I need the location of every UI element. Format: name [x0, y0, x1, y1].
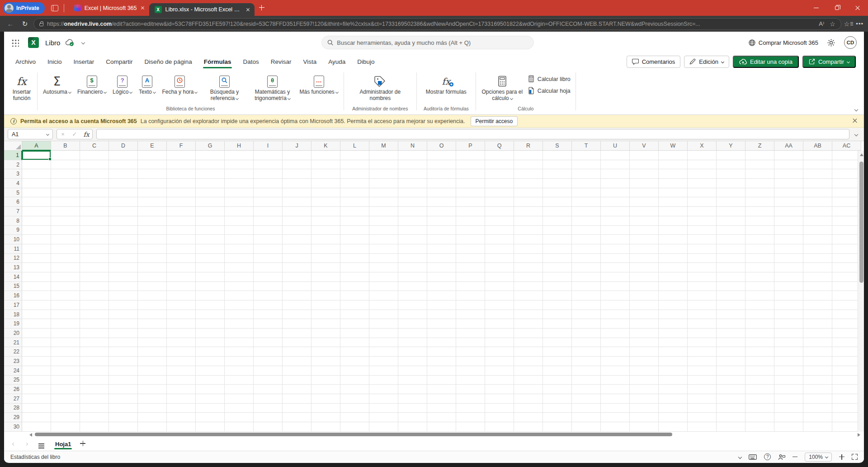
- financiero-button[interactable]: $Financiero: [74, 71, 109, 95]
- cell-AB3[interactable]: [803, 169, 832, 179]
- cell-O25[interactable]: [427, 376, 456, 385]
- cell-X14[interactable]: [688, 272, 717, 282]
- cell-S19[interactable]: [543, 319, 572, 329]
- cell-U10[interactable]: [601, 235, 630, 244]
- cell-T17[interactable]: [572, 300, 601, 310]
- cell-T13[interactable]: [572, 263, 601, 272]
- cell-T24[interactable]: [572, 366, 601, 376]
- cell-G24[interactable]: [196, 366, 225, 376]
- cell-Z15[interactable]: [745, 282, 774, 291]
- cell-K4[interactable]: [311, 179, 340, 188]
- cell-R27[interactable]: [514, 394, 543, 404]
- cell-AC28[interactable]: [832, 404, 861, 413]
- row-header-4[interactable]: 4: [4, 179, 22, 188]
- cell-AB22[interactable]: [803, 347, 832, 357]
- cell-I10[interactable]: [254, 235, 283, 244]
- cell-J19[interactable]: [283, 319, 311, 329]
- cell-I6[interactable]: [254, 197, 283, 207]
- cell-Y16[interactable]: [717, 291, 745, 300]
- cell-U26[interactable]: [601, 385, 630, 394]
- cell-T8[interactable]: [572, 216, 601, 226]
- cell-B15[interactable]: [51, 282, 80, 291]
- cell-W26[interactable]: [659, 385, 688, 394]
- cell-AC2[interactable]: [832, 160, 861, 170]
- row-header-12[interactable]: 12: [4, 254, 22, 263]
- cell-B10[interactable]: [51, 235, 80, 244]
- cell-A26[interactable]: [22, 385, 51, 394]
- cell-U27[interactable]: [601, 394, 630, 404]
- cell-C14[interactable]: [80, 272, 109, 282]
- cell-N21[interactable]: [398, 338, 427, 348]
- cell-AB17[interactable]: [803, 300, 832, 310]
- cell-F12[interactable]: [167, 254, 196, 263]
- cell-O20[interactable]: [427, 329, 456, 338]
- cell-N18[interactable]: [398, 310, 427, 319]
- cell-X24[interactable]: [688, 366, 717, 376]
- cell-F17[interactable]: [167, 300, 196, 310]
- cell-W13[interactable]: [659, 263, 688, 272]
- favorite-star-icon[interactable]: ☆: [830, 20, 835, 28]
- cell-V1[interactable]: [630, 151, 659, 160]
- cell-E25[interactable]: [138, 376, 167, 385]
- cell-Z4[interactable]: [745, 179, 774, 188]
- cell-K5[interactable]: [311, 188, 340, 198]
- cell-M11[interactable]: [369, 244, 398, 254]
- cell-F2[interactable]: [167, 160, 196, 170]
- cell-N23[interactable]: [398, 357, 427, 366]
- cell-E16[interactable]: [138, 291, 167, 300]
- cell-U17[interactable]: [601, 300, 630, 310]
- cell-B16[interactable]: [51, 291, 80, 300]
- cell-T22[interactable]: [572, 347, 601, 357]
- cell-AA7[interactable]: [774, 207, 803, 216]
- cell-C21[interactable]: [80, 338, 109, 348]
- cell-M12[interactable]: [369, 254, 398, 263]
- cell-N1[interactable]: [398, 151, 427, 160]
- cell-Z7[interactable]: [745, 207, 774, 216]
- cell-Y15[interactable]: [717, 282, 745, 291]
- cell-M13[interactable]: [369, 263, 398, 272]
- cell-U15[interactable]: [601, 282, 630, 291]
- cell-W1[interactable]: [659, 151, 688, 160]
- cell-G3[interactable]: [196, 169, 225, 179]
- cell-L17[interactable]: [340, 300, 369, 310]
- cell-T14[interactable]: [572, 272, 601, 282]
- cell-C30[interactable]: [80, 422, 109, 432]
- cell-F7[interactable]: [167, 207, 196, 216]
- cell-D4[interactable]: [109, 179, 138, 188]
- cell-T25[interactable]: [572, 376, 601, 385]
- cell-D12[interactable]: [109, 254, 138, 263]
- cell-Z5[interactable]: [745, 188, 774, 198]
- cell-K22[interactable]: [311, 347, 340, 357]
- cell-F18[interactable]: [167, 310, 196, 319]
- cell-P29[interactable]: [456, 413, 485, 422]
- cell-C10[interactable]: [80, 235, 109, 244]
- column-header-AC[interactable]: AC: [832, 141, 861, 151]
- cell-N22[interactable]: [398, 347, 427, 357]
- cell-C7[interactable]: [80, 207, 109, 216]
- cell-X3[interactable]: [688, 169, 717, 179]
- cell-E30[interactable]: [138, 422, 167, 432]
- cell-X16[interactable]: [688, 291, 717, 300]
- cell-R2[interactable]: [514, 160, 543, 170]
- column-header-D[interactable]: D: [109, 141, 138, 151]
- cell-H26[interactable]: [225, 385, 254, 394]
- back-button[interactable]: ←: [5, 20, 16, 28]
- cell-J16[interactable]: [283, 291, 311, 300]
- cell-L25[interactable]: [340, 376, 369, 385]
- cell-R8[interactable]: [514, 216, 543, 226]
- cell-N17[interactable]: [398, 300, 427, 310]
- cell-C5[interactable]: [80, 188, 109, 198]
- cell-E3[interactable]: [138, 169, 167, 179]
- cell-F28[interactable]: [167, 404, 196, 413]
- cell-AB14[interactable]: [803, 272, 832, 282]
- previous-sheet-button[interactable]: [9, 443, 18, 445]
- cell-R12[interactable]: [514, 254, 543, 263]
- cell-S10[interactable]: [543, 235, 572, 244]
- cell-K18[interactable]: [311, 310, 340, 319]
- vertical-scroll-thumb[interactable]: [859, 162, 863, 283]
- cell-AB5[interactable]: [803, 188, 832, 198]
- cell-H14[interactable]: [225, 272, 254, 282]
- cell-G8[interactable]: [196, 216, 225, 226]
- cell-A7[interactable]: [22, 207, 51, 216]
- column-header-G[interactable]: G: [196, 141, 225, 151]
